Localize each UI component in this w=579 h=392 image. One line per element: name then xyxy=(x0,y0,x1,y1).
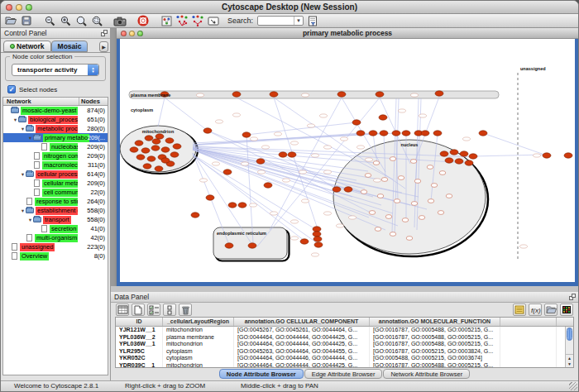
save-icon[interactable] xyxy=(20,15,33,27)
column-header[interactable]: annotation.GO CELLULAR_COMPONENT xyxy=(234,318,370,326)
help-lifebuoy-icon[interactable] xyxy=(136,15,150,27)
table-cell[interactable]: cytoplasm xyxy=(163,355,234,362)
table-cell[interactable]: YLR295C xyxy=(116,348,163,356)
network-view-window[interactable]: primary metabolic process plasma membran… xyxy=(117,28,578,286)
float-data-panel-icon[interactable] xyxy=(569,294,576,300)
graph-node[interactable] xyxy=(152,139,160,144)
tree-item-transport[interactable]: ▼transport558(0) xyxy=(3,215,108,224)
graph-node[interactable] xyxy=(344,187,352,192)
graph-node[interactable] xyxy=(161,158,170,163)
tab-network-attribute-browser[interactable]: Network Attribute Browser xyxy=(383,369,470,379)
layout-network-1-icon[interactable] xyxy=(175,15,189,27)
table-row[interactable]: YDR039C__1mitochondrion[GO:0044464, GO:0… xyxy=(116,362,573,368)
graph-node-outline[interactable] xyxy=(428,199,434,203)
tab-edge-attribute-browser[interactable]: Edge Attribute Browser xyxy=(304,369,383,379)
zoom-fit-icon[interactable] xyxy=(74,15,88,27)
network-window-titlebar[interactable]: primary metabolic process xyxy=(117,28,578,39)
graph-node[interactable] xyxy=(206,195,214,200)
scrollbar-thumb[interactable] xyxy=(567,327,572,341)
network-graph[interactable]: plasma membranecytoplasmmitochondrionnuc… xyxy=(120,39,575,282)
table-cell[interactable]: plasma membrane xyxy=(163,334,234,342)
network-minimize-button[interactable] xyxy=(129,31,135,36)
network-canvas[interactable]: plasma membranecytoplasmmitochondrionnuc… xyxy=(120,39,575,282)
graph-node[interactable] xyxy=(256,159,265,164)
graph-node[interactable] xyxy=(264,183,272,188)
graph-node[interactable] xyxy=(191,213,199,218)
graph-node[interactable] xyxy=(564,153,572,158)
tree-item-nucleobase-[interactable]: nucleobase-209(0) xyxy=(3,142,108,151)
graph-node[interactable] xyxy=(352,120,361,125)
function-builder-icon[interactable]: f(x) xyxy=(529,304,542,316)
table-cell[interactable]: [GO:0045267, GO:0045261, GO:0044464, G..… xyxy=(234,327,370,334)
annotation-icon[interactable] xyxy=(207,15,220,27)
vizmapper-icon[interactable] xyxy=(160,15,173,27)
node-color-select[interactable]: transporter activity ▲▼ xyxy=(12,64,99,76)
graph-node-outline[interactable] xyxy=(431,184,438,188)
tree-item-multi-organism-pro[interactable]: multi-organism pro42(0) xyxy=(3,233,108,242)
attribute-matrix-icon[interactable] xyxy=(560,304,573,316)
zoom-out-icon[interactable] xyxy=(43,15,56,27)
graph-node[interactable] xyxy=(136,155,145,160)
column-header[interactable]: annotation.GO MOLECULAR_FUNCTION xyxy=(370,318,500,326)
unselect-attributes-icon[interactable] xyxy=(163,304,176,316)
table-row[interactable]: YJR121W__1mitochondrion[GO:0045267, GO:0… xyxy=(116,327,573,334)
graph-node[interactable] xyxy=(380,131,388,136)
graph-node[interactable] xyxy=(135,141,143,146)
tree-item-macromolecule[interactable]: macromolecule311(0) xyxy=(3,160,108,170)
graph-node[interactable] xyxy=(392,131,400,136)
tree-header-nodes[interactable]: Nodes xyxy=(79,98,108,105)
graph-node-outline[interactable] xyxy=(390,157,396,161)
graph-node[interactable] xyxy=(421,131,429,136)
zoom-in-icon[interactable] xyxy=(59,15,72,27)
graph-node[interactable] xyxy=(232,92,241,97)
graph-node[interactable] xyxy=(435,91,443,96)
search-options-icon[interactable] xyxy=(306,15,319,27)
column-header[interactable]: ID xyxy=(116,318,163,326)
graph-node[interactable] xyxy=(376,92,384,97)
graph-node[interactable] xyxy=(228,203,237,208)
graph-node[interactable] xyxy=(248,243,256,248)
table-cell[interactable]: [GO:0016787, GO:0005488, GO:0005215, G..… xyxy=(370,362,500,368)
graph-node-outline[interactable] xyxy=(402,218,409,222)
graph-node[interactable] xyxy=(161,147,170,152)
attribute-table-icon[interactable] xyxy=(116,304,129,316)
tree-item-cellular-metabo[interactable]: cellular metabo209(0) xyxy=(3,179,108,188)
graph-node-outline[interactable] xyxy=(381,178,388,182)
table-row[interactable]: YPL036W__2plasma membrane[GO:0044464, GO… xyxy=(116,334,573,342)
graph-node[interactable] xyxy=(145,136,153,141)
graph-node[interactable] xyxy=(130,147,138,152)
table-cell[interactable]: [GO:0016787, GO:0005488, GO:0005215, G..… xyxy=(370,341,500,348)
graph-node[interactable] xyxy=(379,115,387,120)
delete-attribute-trash-icon[interactable] xyxy=(179,304,192,316)
select-nodes-checkbox[interactable]: ✓ xyxy=(7,85,16,93)
graph-node-outline[interactable] xyxy=(385,215,392,219)
table-cell[interactable] xyxy=(500,355,557,362)
table-cell[interactable]: [GO:0044464, GO:0044444, GO:0044425, G..… xyxy=(234,362,370,368)
graph-node[interactable] xyxy=(455,159,463,164)
tree-header-network[interactable]: Network xyxy=(3,98,79,105)
graph-node-outline[interactable] xyxy=(377,194,384,198)
tab-network[interactable]: Network xyxy=(3,41,51,52)
tab-mosaic[interactable]: Mosaic xyxy=(51,41,89,52)
zoom-selected-region-icon[interactable] xyxy=(90,15,103,27)
table-vertical-scrollbar[interactable]: ▲▼ xyxy=(565,327,573,367)
table-cell[interactable]: [GO:0044464, GO:0044446, GO:0044444, G..… xyxy=(234,355,370,362)
tree-item-unassigned[interactable]: unassigned223(0) xyxy=(3,242,108,251)
graph-node[interactable] xyxy=(356,131,365,136)
table-cell[interactable] xyxy=(500,341,557,348)
tree-item-cellular-process[interactable]: ▼cellular process614(0) xyxy=(3,170,108,179)
attribute-list-icon[interactable] xyxy=(513,304,526,316)
table-cell[interactable]: [GO:0045263, GO:0044464, GO:0044455, G..… xyxy=(234,348,370,356)
graph-node-outline[interactable] xyxy=(406,237,413,241)
search-input[interactable]: ▼ xyxy=(257,16,304,26)
graph-node[interactable] xyxy=(314,242,323,247)
snapshot-camera-icon[interactable] xyxy=(113,15,127,27)
graph-node[interactable] xyxy=(369,131,377,136)
graph-node[interactable] xyxy=(445,158,453,163)
graph-node[interactable] xyxy=(465,160,473,165)
table-cell[interactable]: mitochondrion xyxy=(163,362,234,368)
table-cell[interactable] xyxy=(500,334,557,342)
open-folder-icon[interactable] xyxy=(4,15,17,27)
graph-node[interactable] xyxy=(279,152,287,157)
table-cell[interactable]: [GO:0005488, GO:0005215, GO:0003674] xyxy=(370,355,500,362)
